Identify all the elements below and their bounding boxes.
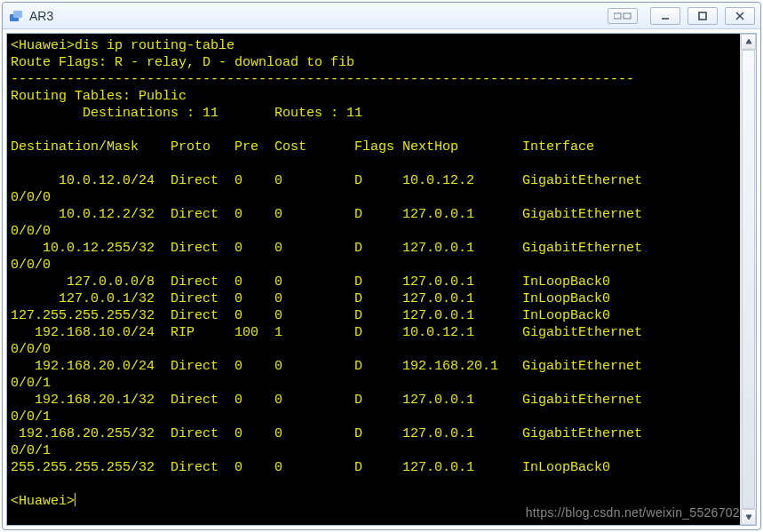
svg-rect-5 (699, 12, 706, 20)
svg-marker-9 (746, 515, 751, 520)
svg-rect-3 (624, 13, 631, 19)
scroll-thumb[interactable] (742, 50, 755, 509)
window-title: AR3 (29, 9, 53, 23)
scroll-up-button[interactable] (741, 34, 756, 50)
terminal[interactable]: <Huawei>dis ip routing-table Route Flags… (7, 34, 740, 525)
scroll-track[interactable] (741, 50, 756, 509)
svg-rect-1 (13, 11, 22, 18)
svg-marker-8 (746, 39, 751, 44)
vertical-scrollbar[interactable] (740, 34, 756, 525)
app-icon (8, 8, 24, 24)
minimize-button[interactable] (650, 7, 680, 25)
maximize-button[interactable] (687, 7, 718, 25)
titlebar[interactable]: AR3 (3, 3, 760, 29)
detach-button[interactable] (608, 8, 638, 24)
close-button[interactable] (725, 7, 755, 25)
scroll-down-button[interactable] (741, 509, 756, 525)
client-area: <Huawei>dis ip routing-table Route Flags… (6, 33, 757, 526)
terminal-cursor (75, 493, 76, 506)
svg-rect-2 (614, 13, 621, 19)
app-window: AR3 <Huawei>dis ip routing-table Route F… (2, 2, 761, 530)
window-controls (608, 7, 755, 25)
